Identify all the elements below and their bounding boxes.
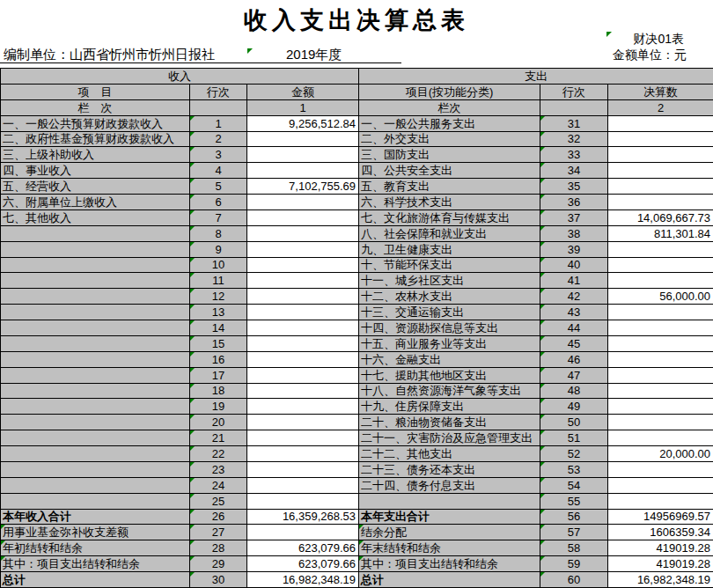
- cell-text: 二十四、债务付息支出: [361, 479, 475, 492]
- income-line-cell: 1: [190, 115, 247, 131]
- income-amount-cell[interactable]: [247, 399, 359, 415]
- income-line-cell: 23: [190, 461, 247, 477]
- income-amount-cell[interactable]: [247, 430, 359, 446]
- table-row: 11十一、城乡社区支出41: [1, 273, 713, 289]
- expense-line-cell: 31: [540, 115, 608, 131]
- cell-flag-icon: [190, 336, 195, 341]
- expense-amount-cell[interactable]: 20,000.00: [608, 446, 713, 462]
- expense-amount-cell[interactable]: 419019.28: [608, 556, 713, 572]
- expense-item-cell: 十六、金融支出: [359, 351, 540, 367]
- cell-text: 五、经营收入: [3, 180, 71, 193]
- income-amount-cell[interactable]: [247, 257, 359, 273]
- income-amount-cell[interactable]: [247, 195, 359, 210]
- cell-flag-icon: [540, 147, 545, 151]
- income-amount-cell[interactable]: [247, 525, 359, 540]
- income-item-cell: [1, 289, 190, 305]
- expense-amount-cell[interactable]: [608, 415, 713, 430]
- expense-amount-cell[interactable]: 419019.28: [608, 540, 713, 556]
- income-amount-cell[interactable]: [247, 241, 359, 257]
- expense-amount-cell[interactable]: [608, 367, 713, 383]
- expense-amount-cell[interactable]: [608, 131, 713, 147]
- expense-amount-cell[interactable]: [608, 351, 713, 367]
- expense-amount-cell[interactable]: [608, 257, 713, 273]
- cell-text: 20,000.00: [659, 447, 710, 460]
- fiscal-year: 2019年度: [286, 48, 342, 62]
- expense-amount-cell[interactable]: 56,000.00: [608, 289, 713, 305]
- income-amount-cell[interactable]: 623,079.66: [247, 556, 359, 572]
- income-amount-cell[interactable]: [247, 383, 359, 399]
- cell-text: 36: [568, 195, 580, 209]
- expense-amount-cell[interactable]: [608, 399, 713, 415]
- cell-flag-icon: [540, 116, 545, 121]
- income-amount-cell[interactable]: [247, 446, 359, 462]
- expense-line-cell: 38: [540, 225, 608, 241]
- cell-text: 32: [568, 132, 580, 145]
- expense-item-cell: 二十四、债务付息支出: [359, 477, 540, 493]
- cell-text: 二十、粮油物资储备支出: [361, 415, 487, 429]
- income-amount-cell[interactable]: 16,982,348.19: [247, 572, 359, 588]
- income-amount-cell[interactable]: [247, 163, 359, 179]
- income-amount-cell[interactable]: [247, 209, 359, 225]
- cell-flag-icon: [540, 462, 545, 467]
- expense-amount-cell[interactable]: 811,301.84: [608, 225, 713, 241]
- table-row: 其中：项目支出结转和结余29623,079.66其中：项目支出结转和结余5941…: [1, 556, 713, 572]
- expense-amount-cell[interactable]: [608, 115, 713, 131]
- income-amount-cell[interactable]: [247, 335, 359, 351]
- income-amount-cell[interactable]: [247, 305, 359, 320]
- cell-text: 56: [568, 510, 580, 523]
- cell-text: 18: [212, 384, 224, 397]
- expense-amount-cell[interactable]: [608, 461, 713, 477]
- income-amount-cell[interactable]: [247, 320, 359, 336]
- income-amount-cell[interactable]: [247, 493, 359, 509]
- income-amount-cell[interactable]: [247, 289, 359, 305]
- section-header-row: 收入 支出: [1, 69, 713, 85]
- expense-amount-cell[interactable]: [608, 493, 713, 509]
- expense-amount-cell[interactable]: [608, 320, 713, 336]
- expense-amount-cell[interactable]: 1606359.34: [608, 525, 713, 540]
- expense-amount-cell[interactable]: [608, 335, 713, 351]
- income-amount-cell[interactable]: [247, 461, 359, 477]
- income-amount-cell[interactable]: 623,079.66: [247, 540, 359, 556]
- expense-amount-cell[interactable]: 14956969.57: [608, 509, 713, 525]
- expense-amount-cell[interactable]: [608, 477, 713, 493]
- expense-amount-cell[interactable]: [608, 241, 713, 257]
- cell-text: 57: [568, 526, 580, 539]
- expense-amount-cell[interactable]: [608, 195, 713, 210]
- cell-text: 16,982,348.19: [283, 573, 356, 586]
- income-amount-cell[interactable]: 7,102,755.69: [247, 179, 359, 195]
- income-amount-cell[interactable]: [247, 131, 359, 147]
- income-line-cell: 20: [190, 415, 247, 430]
- income-amount-cell[interactable]: [247, 367, 359, 383]
- cell-text: 十九、住房保障支出: [361, 400, 464, 413]
- table-row: 15十五、商业服务业等支出45: [1, 335, 713, 351]
- cell-text: 十七、援助其他地区支出: [361, 369, 487, 382]
- table-row: 2555: [1, 493, 713, 509]
- expense-amount-cell[interactable]: [608, 430, 713, 446]
- expense-amount-cell[interactable]: [608, 179, 713, 195]
- income-amount-cell[interactable]: [247, 351, 359, 367]
- income-line-cell: 3: [190, 147, 247, 163]
- income-amount-cell[interactable]: [247, 477, 359, 493]
- expense-amount-cell[interactable]: [608, 383, 713, 399]
- expense-amount-cell[interactable]: [608, 273, 713, 289]
- income-line-cell: 7: [190, 209, 247, 225]
- income-amount-cell[interactable]: 9,256,512.84: [247, 115, 359, 131]
- expense-amount-cell[interactable]: [608, 163, 713, 179]
- cell-text: 17: [212, 369, 224, 382]
- table-row: 年初结转和结余28623,079.66年末结转和结余58419019.28: [1, 540, 713, 556]
- expense-amount-cell[interactable]: [608, 305, 713, 320]
- income-amount-cell[interactable]: [247, 147, 359, 163]
- expense-amount-cell[interactable]: [608, 147, 713, 163]
- income-amount-cell[interactable]: [247, 225, 359, 241]
- expense-amount-cell[interactable]: 16,982,348.19: [608, 572, 713, 588]
- expense-amount-cell[interactable]: 14,069,667.73: [608, 209, 713, 225]
- income-amount-cell[interactable]: [247, 273, 359, 289]
- col-header-income-line: 行次: [190, 84, 247, 99]
- cell-text: 年末结转和结余: [361, 541, 441, 555]
- expense-line-cell: 57: [540, 525, 608, 540]
- income-amount-cell[interactable]: [247, 415, 359, 430]
- expense-item-cell: 三、国防支出: [359, 147, 540, 163]
- expense-col-index: 2: [608, 99, 713, 115]
- expense-item-cell: 四、公共安全支出: [359, 163, 540, 179]
- income-amount-cell[interactable]: 16,359,268.53: [247, 509, 359, 525]
